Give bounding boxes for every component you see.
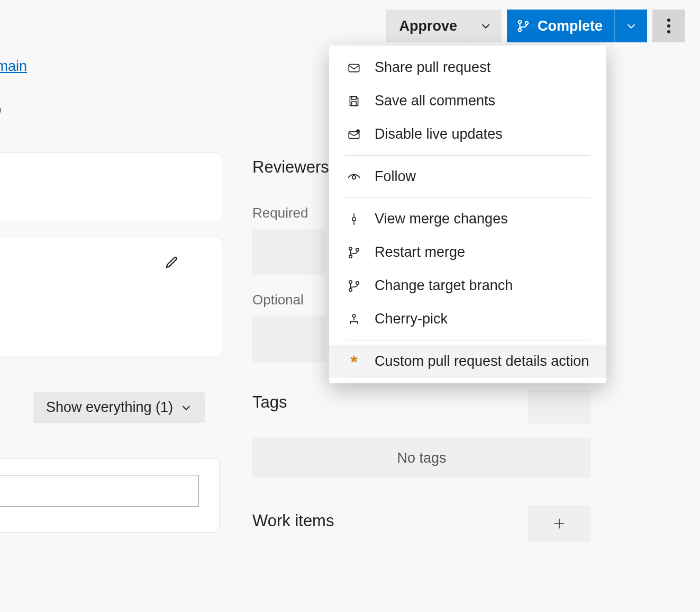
- edit-button[interactable]: [164, 254, 180, 270]
- tab-fragment: ab: [0, 101, 1, 118]
- comment-filter-label: Show everything (1): [46, 399, 173, 416]
- complete-label: Complete: [538, 18, 603, 34]
- svg-point-12: [352, 217, 356, 221]
- required-reviewer-slot[interactable]: [252, 229, 326, 275]
- menu-label: Change target branch: [375, 277, 513, 294]
- plus-icon: [552, 516, 567, 531]
- optional-reviewer-slot[interactable]: [252, 316, 326, 362]
- chevron-down-icon: [180, 402, 192, 413]
- svg-point-11: [352, 175, 356, 179]
- svg-point-5: [667, 30, 670, 33]
- pencil-icon: [164, 254, 180, 270]
- work-item-add-button[interactable]: [528, 505, 590, 542]
- tags-heading: Tags: [252, 393, 287, 412]
- svg-rect-8: [352, 102, 357, 106]
- menu-label: View merge changes: [375, 211, 508, 227]
- svg-point-19: [352, 314, 355, 317]
- menu-item-follow[interactable]: Follow: [329, 160, 606, 193]
- work-items-heading: Work items: [252, 511, 334, 530]
- menu-item-restart-merge[interactable]: Restart merge: [329, 236, 606, 269]
- comment-filter-button[interactable]: Show everything (1): [33, 392, 205, 423]
- comment-card: [0, 237, 222, 356]
- commit-icon: [345, 211, 363, 227]
- mail-icon: [345, 60, 363, 76]
- complete-button[interactable]: Complete: [507, 10, 614, 42]
- svg-rect-7: [352, 96, 357, 99]
- optional-label: Optional: [252, 292, 304, 308]
- svg-point-2: [525, 22, 528, 24]
- svg-point-13: [349, 247, 352, 249]
- menu-separator: [345, 340, 590, 340]
- cherry-pick-icon: [345, 311, 363, 327]
- complete-dropdown-button[interactable]: [614, 10, 647, 42]
- menu-item-custom-action[interactable]: * Custom pull request details action: [329, 345, 606, 378]
- top-toolbar: Approve Complete: [386, 10, 685, 42]
- svg-point-1: [519, 29, 521, 31]
- description-card: [0, 152, 222, 221]
- asterisk-icon: *: [345, 354, 363, 370]
- menu-label: Restart merge: [375, 244, 465, 260]
- menu-item-disable-live[interactable]: Disable live updates: [329, 118, 606, 151]
- required-label: Required: [252, 205, 308, 221]
- more-actions-menu: Share pull request Save all comments Dis…: [329, 46, 606, 383]
- more-actions-button[interactable]: [652, 10, 685, 42]
- menu-label: Follow: [375, 168, 416, 185]
- svg-point-16: [349, 280, 352, 283]
- svg-rect-6: [349, 64, 359, 71]
- comment-input[interactable]: [0, 475, 199, 507]
- svg-point-18: [356, 281, 359, 284]
- chevron-down-icon: [480, 20, 492, 32]
- menu-label: Save all comments: [375, 93, 495, 109]
- branch-icon: [345, 245, 363, 260]
- branch-icon: [516, 19, 530, 33]
- approve-button[interactable]: Approve: [386, 10, 470, 42]
- tag-add-button-partial[interactable]: [528, 390, 590, 424]
- approve-dropdown-button[interactable]: [470, 10, 502, 42]
- svg-point-14: [349, 255, 352, 257]
- menu-separator: [345, 155, 590, 156]
- approve-split-button: Approve: [386, 10, 502, 42]
- menu-label: Custom pull request details action: [375, 353, 589, 370]
- svg-point-15: [356, 248, 359, 250]
- svg-point-3: [667, 19, 670, 22]
- branch-icon: [345, 278, 363, 294]
- menu-item-view-merge[interactable]: View merge changes: [329, 202, 606, 236]
- menu-item-change-target[interactable]: Change target branch: [329, 269, 606, 302]
- menu-item-save-comments[interactable]: Save all comments: [329, 84, 606, 118]
- menu-separator: [345, 197, 590, 198]
- save-icon: [345, 93, 363, 109]
- svg-point-4: [667, 24, 670, 28]
- menu-label: Share pull request: [375, 59, 490, 76]
- menu-label: Disable live updates: [375, 126, 503, 142]
- reviewers-heading: Reviewers: [252, 158, 329, 177]
- target-branch-info: o main: [0, 58, 27, 75]
- chevron-down-icon: [625, 20, 637, 32]
- no-tags-placeholder[interactable]: No tags: [252, 438, 591, 478]
- menu-label: Cherry-pick: [375, 311, 448, 327]
- svg-point-10: [356, 129, 360, 133]
- svg-point-0: [519, 21, 521, 23]
- menu-item-cherry-pick[interactable]: Cherry-pick: [329, 302, 606, 336]
- target-branch-link[interactable]: main: [0, 58, 27, 74]
- menu-item-share[interactable]: Share pull request: [329, 51, 606, 84]
- mail-badge-icon: [345, 127, 363, 142]
- complete-split-button: Complete: [507, 10, 647, 42]
- kebab-icon: [667, 18, 671, 34]
- svg-point-17: [349, 288, 352, 291]
- eye-icon: [345, 169, 363, 185]
